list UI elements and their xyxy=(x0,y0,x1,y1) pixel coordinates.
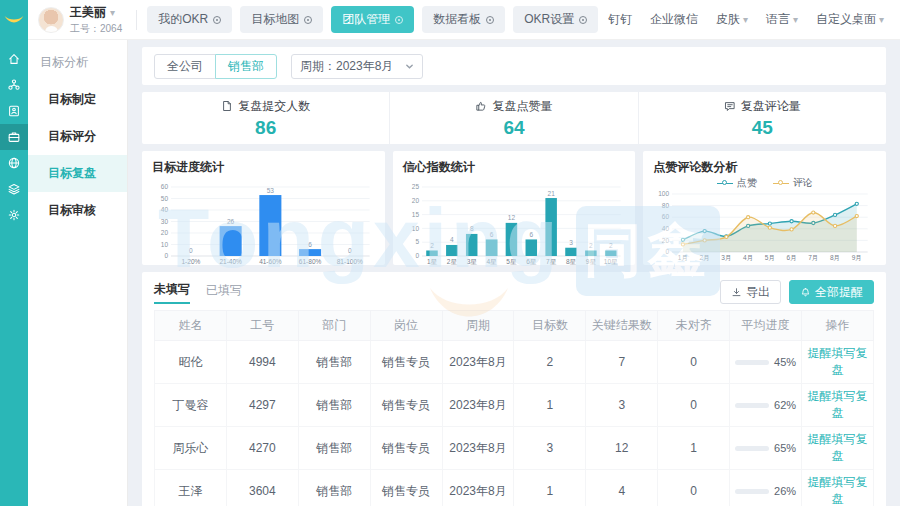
filter-bar: 全公司 销售部 周期：2023年8月 xyxy=(142,47,886,85)
svg-text:20: 20 xyxy=(161,229,169,236)
progress-value: 26% xyxy=(774,485,796,497)
svg-text:40: 40 xyxy=(662,225,670,232)
stats-summary: 复盘提交人数86复盘点赞量64复盘评论量45 xyxy=(142,92,886,144)
legend-item-点赞[interactable]: 点赞 xyxy=(717,176,757,190)
nav-tab-label: OKR设置 xyxy=(524,11,574,28)
circle-badge-icon xyxy=(304,16,312,24)
rail-item-id-card[interactable] xyxy=(0,98,28,124)
topbar-menu-企业微信[interactable]: 企业微信 xyxy=(650,11,698,28)
period-select[interactable]: 周期：2023年8月 xyxy=(291,54,423,79)
svg-text:8月: 8月 xyxy=(830,254,840,262)
chart-card-confidence-index: 信心指数统计 051015202521星42星83星64星125星66星217星… xyxy=(393,151,636,265)
topbar-menu-语言[interactable]: 语言▾ xyxy=(766,11,798,28)
app-root: 王美丽 ▾ 工号：2064 我的OKR目标地图团队管理数据看板OKR设置 钉钉企… xyxy=(0,0,900,506)
avatar[interactable] xyxy=(38,7,64,33)
cell-未对齐: 0 xyxy=(658,341,730,384)
chevron-down-icon[interactable]: ▾ xyxy=(110,7,115,18)
table-body: 昭伦4994销售部销售专员2023年8月27045%提醒填写复盘丁曼容4297销… xyxy=(155,341,874,506)
rail-item-gear[interactable] xyxy=(0,202,28,228)
svg-text:12: 12 xyxy=(507,214,515,221)
circle-badge-icon xyxy=(213,16,221,24)
topbar-menu-钉钉[interactable]: 钉钉 xyxy=(608,11,632,28)
svg-text:9月: 9月 xyxy=(852,254,862,262)
remind-fill-review-link[interactable]: 提醒填写复盘 xyxy=(808,389,868,420)
company-filter-tab[interactable]: 全公司 xyxy=(154,54,216,79)
svg-text:5: 5 xyxy=(415,238,419,245)
remind-fill-review-link[interactable]: 提醒填写复盘 xyxy=(808,346,868,377)
cell-工号: 4297 xyxy=(226,384,298,427)
stat-复盘点赞量: 复盘点赞量64 xyxy=(389,92,637,144)
rail-item-home[interactable] xyxy=(0,46,28,72)
nav-tab-目标地图[interactable]: 目标地图 xyxy=(240,6,323,33)
department-filter-tab[interactable]: 销售部 xyxy=(215,54,277,79)
stat-label: 复盘评论量 xyxy=(741,98,801,115)
menu-label: 钉钉 xyxy=(608,11,632,28)
nav-tab-我的OKR[interactable]: 我的OKR xyxy=(147,6,232,33)
cell-周期: 2023年8月 xyxy=(442,427,514,470)
remind-fill-review-link[interactable]: 提醒填写复盘 xyxy=(808,475,868,506)
sidebar-item-目标评分[interactable]: 目标评分 xyxy=(28,118,127,155)
svg-text:10星: 10星 xyxy=(604,259,618,266)
comment-icon xyxy=(724,100,736,112)
cell-未对齐: 0 xyxy=(658,384,730,427)
topbar-menu-皮肤[interactable]: 皮肤▾ xyxy=(716,11,748,28)
chart-card-likes-comments: 点赞评论数分析 点赞评论 0204060801001月2月3月4月5月6月7月8… xyxy=(643,151,886,265)
rail-item-layers[interactable] xyxy=(0,176,28,202)
nav-tab-OKR设置[interactable]: OKR设置 xyxy=(513,6,598,33)
svg-text:2月: 2月 xyxy=(700,254,710,262)
svg-text:50: 50 xyxy=(161,195,169,202)
svg-text:3星: 3星 xyxy=(466,259,477,266)
legend-item-评论[interactable]: 评论 xyxy=(773,176,813,190)
cell-平均进度: 45% xyxy=(730,341,802,384)
home-icon xyxy=(7,52,21,66)
table-row: 昭伦4994销售部销售专员2023年8月27045%提醒填写复盘 xyxy=(155,341,874,384)
nav-tab-label: 数据看板 xyxy=(433,11,481,28)
column-header-部门: 部门 xyxy=(298,311,370,341)
remind-fill-review-link[interactable]: 提醒填写复盘 xyxy=(808,432,868,463)
cell-平均进度: 62% xyxy=(730,384,802,427)
svg-text:80: 80 xyxy=(662,202,670,209)
svg-text:40: 40 xyxy=(161,206,169,213)
cell-部门: 销售部 xyxy=(298,470,370,506)
rail-item-globe[interactable] xyxy=(0,150,28,176)
rail-nav xyxy=(0,40,28,228)
gear-icon xyxy=(7,208,21,222)
progress-bar xyxy=(735,360,769,365)
cell-姓名: 王泽 xyxy=(155,470,227,506)
cell-工号: 3604 xyxy=(226,470,298,506)
progress-value: 62% xyxy=(774,399,796,411)
brand-logo[interactable] xyxy=(0,0,28,40)
rail-item-briefcase[interactable] xyxy=(0,124,28,150)
nav-tab-团队管理[interactable]: 团队管理 xyxy=(331,6,414,33)
id-card-icon xyxy=(7,104,21,118)
cell-操作: 提醒填写复盘 xyxy=(802,470,874,506)
export-button[interactable]: 导出 xyxy=(720,280,781,304)
remind-all-button[interactable]: 全部提醒 xyxy=(789,280,874,304)
svg-text:5月: 5月 xyxy=(765,254,775,262)
cell-目标数: 3 xyxy=(514,427,586,470)
review-table: 姓名工号部门岗位周期目标数关键结果数未对齐平均进度操作 昭伦4994销售部销售专… xyxy=(154,310,874,506)
svg-text:0: 0 xyxy=(164,252,168,259)
panel-tab-未填写[interactable]: 未填写 xyxy=(154,281,190,304)
svg-text:41-60%: 41-60% xyxy=(259,259,282,266)
svg-text:9星: 9星 xyxy=(585,259,596,266)
cell-部门: 销售部 xyxy=(298,341,370,384)
nav-tab-数据看板[interactable]: 数据看板 xyxy=(422,6,505,33)
rail-item-org-team[interactable] xyxy=(0,72,28,98)
sidebar-item-目标复盘[interactable]: 目标复盘 xyxy=(28,155,127,192)
topbar-menu-自定义桌面[interactable]: 自定义桌面▾ xyxy=(816,11,884,28)
topbar: 王美丽 ▾ 工号：2064 我的OKR目标地图团队管理数据看板OKR设置 钉钉企… xyxy=(28,0,900,40)
svg-text:8: 8 xyxy=(470,225,474,232)
svg-text:4月: 4月 xyxy=(743,254,753,262)
review-table-panel: 未填写已填写 导出 全部提醒 姓名工号部门岗位周期目标数关键结果数未对齐平均进度… xyxy=(142,272,886,506)
user-profile[interactable]: 王美丽 ▾ 工号：2064 xyxy=(28,4,132,36)
cell-未对齐: 0 xyxy=(658,470,730,506)
cell-关键结果数: 4 xyxy=(586,470,658,506)
stat-label: 复盘提交人数 xyxy=(238,98,310,115)
svg-text:3: 3 xyxy=(569,239,573,246)
svg-text:6: 6 xyxy=(308,241,312,248)
panel-tab-已填写[interactable]: 已填写 xyxy=(206,282,242,303)
sidebar-item-目标制定[interactable]: 目标制定 xyxy=(28,81,127,118)
svg-text:4: 4 xyxy=(450,236,454,243)
sidebar-item-目标审核[interactable]: 目标审核 xyxy=(28,192,127,229)
